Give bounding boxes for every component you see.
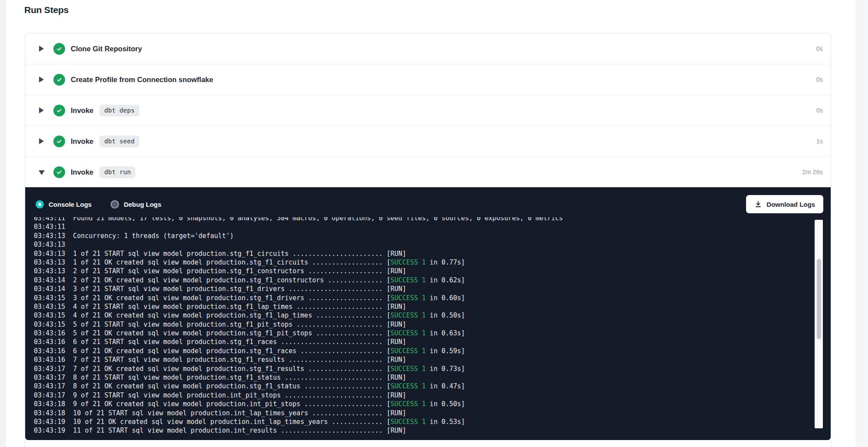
log-line: 03:43:15 4 of 21 START sql view model pr… <box>34 302 831 311</box>
log-success-status: SUCCESS 1 <box>391 294 426 302</box>
page-title: Run Steps <box>24 5 69 15</box>
download-icon <box>754 200 762 208</box>
log-success-status: SUCCESS 1 <box>391 382 426 390</box>
right-gutter <box>856 0 868 447</box>
download-logs-label: Download Logs <box>766 201 815 208</box>
expand-caret-icon[interactable] <box>38 107 45 113</box>
log-success-status: SUCCESS 1 <box>391 329 426 337</box>
log-line: 03:43:15 5 of 21 START sql view model pr… <box>34 320 831 329</box>
log-line: 03:43:18 9 of 21 OK created sql view mod… <box>34 400 831 408</box>
log-line: 03:43:16 6 of 21 START sql view model pr… <box>34 338 831 346</box>
step-command-badge: dbt deps <box>99 105 139 116</box>
expand-caret-icon[interactable] <box>38 138 45 144</box>
log-line: 03:43:11 Found 21 models, 17 tests, 0 sn… <box>34 217 831 222</box>
debug-logs-label: Debug Logs <box>124 201 161 208</box>
console-logs-label: Console Logs <box>49 201 92 208</box>
step-row-5[interactable]: Invokedbt run2m 26s <box>25 157 831 187</box>
expand-caret-icon[interactable] <box>38 46 45 52</box>
caret-triangle <box>39 170 45 175</box>
step-label: Create Profile from Connection snowflake <box>71 76 213 84</box>
log-line: 03:43:15 3 of 21 OK created sql view mod… <box>34 294 831 302</box>
console-header: Console Logs Debug Logs Download Logs <box>25 187 831 213</box>
log-line: 03:43:13 2 of 21 START sql view model pr… <box>34 267 831 275</box>
log-scrollbar-thumb[interactable] <box>817 259 821 339</box>
step-label: Invoke <box>71 106 93 115</box>
log-line: 03:43:14 3 of 21 START sql view model pr… <box>34 285 831 293</box>
log-line: 03:43:18 10 of 21 START sql view model p… <box>34 409 831 417</box>
step-label: Invoke <box>71 168 93 176</box>
log-line: 03:43:17 8 of 21 START sql view model pr… <box>34 373 831 382</box>
log-success-status: SUCCESS 1 <box>391 276 426 284</box>
download-logs-button[interactable]: Download Logs <box>746 195 823 213</box>
step-success-icon <box>53 105 65 116</box>
log-line: 03:43:13 1 of 21 START sql view model pr… <box>34 249 831 258</box>
log-success-status: SUCCESS 1 <box>391 400 426 408</box>
log-line: 03:43:17 9 of 21 START sql view model pr… <box>34 391 831 400</box>
log-line: 03:43:17 7 of 21 OK created sql view mod… <box>34 364 831 373</box>
run-steps-card: Clone Git Repository0sCreate Profile fro… <box>25 33 831 447</box>
caret-triangle <box>39 107 44 113</box>
step-duration: 0s <box>816 76 823 83</box>
caret-triangle <box>39 138 44 144</box>
log-line: 03:43:19 10 of 21 OK created sql view mo… <box>34 417 831 426</box>
log-success-status: SUCCESS 1 <box>391 418 426 426</box>
step-success-icon <box>53 74 65 86</box>
step-success-icon <box>53 166 65 178</box>
log-scrollbar-track[interactable] <box>815 220 823 428</box>
step-success-icon <box>53 43 65 55</box>
step-duration: 0s <box>816 45 823 52</box>
debug-logs-tab[interactable]: Debug Logs <box>111 200 161 209</box>
log-success-status: SUCCESS 1 <box>391 365 426 373</box>
log-line: 03:43:11 <box>34 222 831 231</box>
log-line: 03:43:19 11 of 21 START sql view model p… <box>34 426 831 435</box>
log-line: 03:43:13 1 of 21 OK created sql view mod… <box>34 258 831 267</box>
log-line: 03:43:13 <box>34 240 831 249</box>
console-log-output[interactable]: 03:43:11 Found 21 models, 17 tests, 0 sn… <box>25 217 831 435</box>
log-line: 03:43:16 7 of 21 START sql view model pr… <box>34 355 831 364</box>
left-gutter <box>0 0 6 447</box>
log-success-status: SUCCESS 1 <box>391 258 426 266</box>
step-command-badge: dbt run <box>99 166 135 178</box>
step-duration: 0s <box>816 107 823 114</box>
log-line: 03:43:16 6 of 21 OK created sql view mod… <box>34 347 831 355</box>
log-line: 03:43:16 5 of 21 OK created sql view mod… <box>34 329 831 338</box>
step-command-badge: dbt seed <box>99 136 139 147</box>
expand-caret-icon[interactable] <box>38 76 45 83</box>
console-logs-tab[interactable]: Console Logs <box>36 200 92 209</box>
run-steps-list: Clone Git Repository0sCreate Profile fro… <box>25 33 831 187</box>
log-line: 03:43:15 4 of 21 OK created sql view mod… <box>34 311 831 320</box>
radio-selected-icon[interactable] <box>36 200 44 209</box>
step-label: Invoke <box>71 137 93 146</box>
step-row-1[interactable]: Clone Git Repository0s <box>25 33 831 64</box>
radio-unselected-icon[interactable] <box>111 200 119 209</box>
step-row-4[interactable]: Invokedbt seed1s <box>25 126 831 157</box>
log-line: 03:43:14 2 of 21 OK created sql view mod… <box>34 276 831 285</box>
console-panel: Console Logs Debug Logs Download Logs 03… <box>25 187 831 440</box>
log-line: 03:43:17 8 of 21 OK created sql view mod… <box>34 382 831 391</box>
caret-triangle <box>39 76 44 83</box>
step-duration: 1s <box>816 138 823 145</box>
step-success-icon <box>53 136 65 147</box>
log-success-status: SUCCESS 1 <box>391 311 426 319</box>
step-row-3[interactable]: Invokedbt deps0s <box>25 95 831 126</box>
collapse-caret-icon[interactable] <box>38 169 45 175</box>
step-duration: 2m 26s <box>802 169 823 175</box>
step-row-2[interactable]: Create Profile from Connection snowflake… <box>25 64 831 95</box>
log-success-status: SUCCESS 1 <box>391 347 426 355</box>
log-line: 03:43:13 Concurrency: 1 threads (target=… <box>34 232 831 240</box>
caret-triangle <box>39 46 44 52</box>
step-label: Clone Git Repository <box>71 45 142 53</box>
